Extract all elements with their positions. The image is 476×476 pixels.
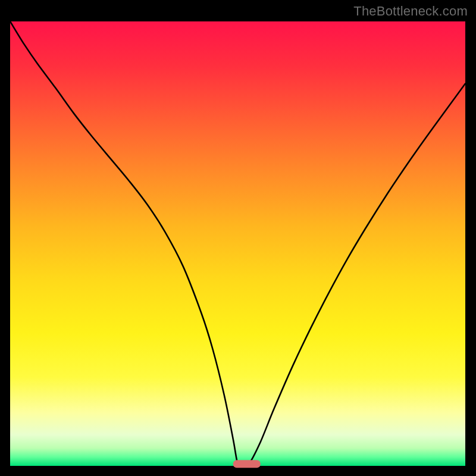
bottom-marker — [233, 460, 261, 468]
chart-svg — [10, 21, 465, 466]
bottleneck-curve — [10, 21, 465, 465]
chart-frame — [10, 21, 465, 466]
watermark-text: TheBottleneck.com — [353, 4, 468, 19]
